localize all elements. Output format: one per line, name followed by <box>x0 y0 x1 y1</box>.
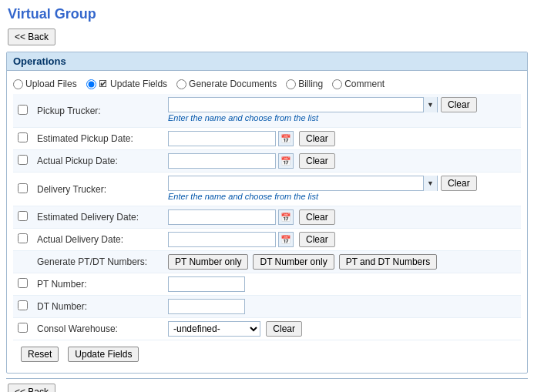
dt-number-label: DT Number: <box>32 296 163 318</box>
table-row: Delivery Trucker: ▼ Clear Enter the name… <box>13 173 521 206</box>
pt-and-dt-numbers-button[interactable]: PT and DT Numbers <box>339 254 438 270</box>
pickup-trucker-clear-button[interactable]: Clear <box>441 97 477 112</box>
pickup-trucker-input[interactable] <box>169 98 423 112</box>
table-row: Pickup Trucker: ▼ Clear Enter the name a… <box>13 94 521 128</box>
pt-number-label: PT Number: <box>32 273 163 296</box>
table-row: Generate PT/DT Numbers: PT Number only D… <box>13 251 521 273</box>
act-delivery-date-calendar-icon[interactable]: 📅 <box>278 232 294 247</box>
pt-number-only-button[interactable]: PT Number only <box>168 254 248 270</box>
est-pickup-date-input[interactable] <box>168 131 276 146</box>
table-row: Estimated Delivery Date: 📅 Clear <box>13 206 521 229</box>
dt-number-input[interactable] <box>168 299 245 314</box>
est-delivery-date-input[interactable] <box>168 209 276 225</box>
est-delivery-date-calendar-icon[interactable]: 📅 <box>278 209 294 225</box>
pickup-trucker-label: Pickup Trucker: <box>32 94 163 128</box>
table-row: Actual Delivery Date: 📅 Clear <box>13 229 521 251</box>
est-pickup-date-checkbox[interactable] <box>18 132 28 142</box>
act-delivery-date-checkbox[interactable] <box>18 233 28 243</box>
act-delivery-date-label: Actual Delivery Date: <box>32 229 163 251</box>
pickup-trucker-checkbox[interactable] <box>18 105 28 115</box>
pt-number-input[interactable] <box>168 276 245 292</box>
act-delivery-date-clear-button[interactable]: Clear <box>299 232 335 247</box>
radio-group: Upload Files 🗹 Update Fields Generate Do… <box>13 75 521 94</box>
delivery-trucker-input[interactable] <box>169 176 423 190</box>
dt-number-only-button[interactable]: DT Number only <box>253 254 334 270</box>
back-button-bottom[interactable]: << Back <box>8 384 55 392</box>
act-delivery-date-input[interactable] <box>168 232 276 247</box>
pickup-trucker-hint: Enter the name and choose from the list <box>168 112 516 124</box>
delivery-trucker-checkbox[interactable] <box>18 183 28 193</box>
fields-table: Pickup Trucker: ▼ Clear Enter the name a… <box>13 94 521 340</box>
radio-comment[interactable]: Comment <box>332 79 385 89</box>
consol-warehouse-checkbox[interactable] <box>18 323 28 333</box>
delivery-trucker-dropdown-arrow[interactable]: ▼ <box>423 176 437 191</box>
delivery-trucker-clear-button[interactable]: Clear <box>441 176 477 191</box>
est-pickup-date-calendar-icon[interactable]: 📅 <box>278 131 294 146</box>
page-title: Virtual Group <box>0 0 534 25</box>
dt-number-checkbox[interactable] <box>18 300 28 310</box>
radio-upload-files[interactable]: Upload Files <box>13 79 77 89</box>
act-pickup-date-calendar-icon[interactable]: 📅 <box>278 153 294 169</box>
est-delivery-date-checkbox[interactable] <box>18 211 28 221</box>
pickup-trucker-select-wrap: ▼ <box>168 97 438 112</box>
act-pickup-date-checkbox[interactable] <box>18 155 28 165</box>
pickup-trucker-dropdown-arrow[interactable]: ▼ <box>423 97 437 112</box>
generate-ptdt-label: Generate PT/DT Numbers: <box>32 251 163 273</box>
delivery-trucker-select-wrap: ▼ <box>168 176 438 191</box>
consol-warehouse-clear-button[interactable]: Clear <box>266 321 302 337</box>
bottom-actions: Reset Update Fields <box>13 340 521 368</box>
back-button-top[interactable]: << Back <box>8 28 55 45</box>
update-fields-button[interactable]: Update Fields <box>68 347 139 362</box>
table-row: Consol Warehouse: -undefined- Option A O… <box>13 318 521 340</box>
consol-warehouse-select[interactable]: -undefined- Option A Option B <box>168 321 260 337</box>
table-row: PT Number: <box>13 273 521 296</box>
radio-update-fields[interactable]: 🗹 Update Fields <box>86 79 167 89</box>
table-row: Actual Pickup Date: 📅 Clear <box>13 150 521 173</box>
est-pickup-date-label: Estimated Pickup Date: <box>32 128 163 150</box>
est-delivery-date-label: Estimated Delivery Date: <box>32 206 163 229</box>
consol-warehouse-label: Consol Warehouse: <box>32 318 163 340</box>
pt-number-checkbox[interactable] <box>18 278 28 288</box>
table-row: Estimated Pickup Date: 📅 Clear <box>13 128 521 150</box>
est-pickup-date-clear-button[interactable]: Clear <box>299 131 335 146</box>
est-delivery-date-clear-button[interactable]: Clear <box>299 209 335 225</box>
section-header: Operations <box>7 52 527 71</box>
delivery-trucker-label: Delivery Trucker: <box>32 173 163 206</box>
act-pickup-date-label: Actual Pickup Date: <box>32 150 163 173</box>
reset-button[interactable]: Reset <box>21 347 59 362</box>
radio-generate-docs[interactable]: Generate Documents <box>176 79 277 89</box>
act-pickup-date-input[interactable] <box>168 153 276 169</box>
radio-billing[interactable]: Billing <box>286 79 323 89</box>
table-row: DT Number: <box>13 296 521 318</box>
act-pickup-date-clear-button[interactable]: Clear <box>299 153 335 169</box>
delivery-trucker-hint: Enter the name and choose from the list <box>168 191 516 203</box>
